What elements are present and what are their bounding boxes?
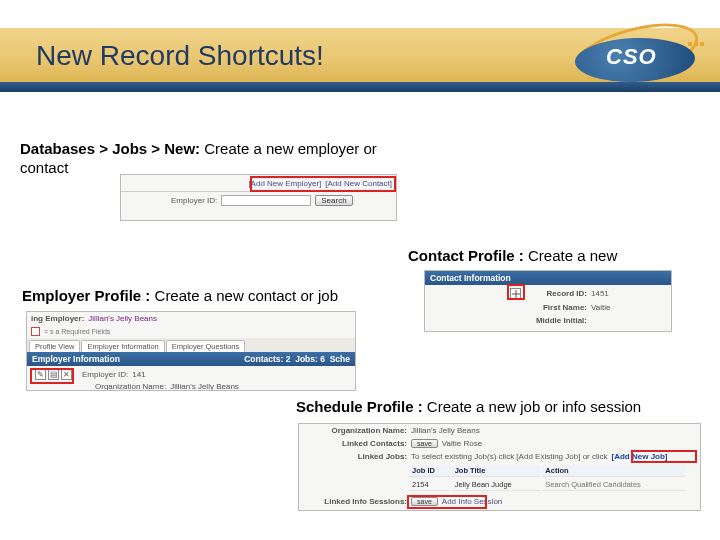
section-contact: Contact Profile : Create a new xyxy=(408,247,708,266)
org-name-label: Organization Name: xyxy=(95,382,166,391)
slide-title: New Record Shortcuts! xyxy=(36,40,324,72)
section-contact-lead: Contact Profile : xyxy=(408,247,524,264)
panel-databases: [Add New Employer] [Add New Contact] Emp… xyxy=(120,174,397,221)
first-name-label: First Name: xyxy=(525,303,587,312)
linked-jobs-label: Linked Jobs: xyxy=(303,452,407,461)
section-employer: Employer Profile : Create a new contact … xyxy=(22,287,382,306)
section-databases: Databases > Jobs > New: Create a new emp… xyxy=(20,140,390,178)
jobs-count[interactable]: Jobs: 6 xyxy=(295,354,325,364)
linked-contacts-value: Valtie Rose xyxy=(442,439,482,448)
toolbar-icon-2[interactable]: ▤ xyxy=(48,369,59,380)
linked-info-save-button[interactable]: save xyxy=(411,497,438,506)
linked-jobs-table: Job ID Job Title Action 2154 Jelly Bean … xyxy=(407,463,687,493)
employer-id-label: Employer ID: xyxy=(171,196,217,205)
panel-schedule: Organization Name: Jillian's Jelly Beans… xyxy=(298,423,701,511)
add-new-job-link[interactable]: [Add New Job] xyxy=(612,452,668,461)
editing-employer-label: ing Employer: xyxy=(31,314,84,323)
section-contact-tail: Create a new xyxy=(524,247,617,264)
col-job-id: Job ID xyxy=(409,465,450,477)
linked-jobs-hint: To select existing Job(s) click [Add Exi… xyxy=(411,452,608,461)
sched-count[interactable]: Sche xyxy=(330,354,350,364)
panel-contact: Contact Information Record ID: 1451 Firs… xyxy=(424,270,672,332)
panel-employer: ing Employer: Jillian's Jelly Beans = s … xyxy=(26,311,356,391)
col-action: Action xyxy=(542,465,685,477)
sched-org-value: Jillian's Jelly Beans xyxy=(411,426,480,435)
record-id-value: 1451 xyxy=(591,289,609,298)
employer-id-label2: Employer ID: xyxy=(82,370,128,379)
employer-id-value: 141 xyxy=(132,370,145,379)
tab-employer-questions[interactable]: Employer Questions xyxy=(166,340,246,352)
contact-panel-header: Contact Information xyxy=(425,271,671,285)
employer-tabs: Profile View Employer Information Employ… xyxy=(27,338,355,352)
contacts-count[interactable]: Contacts: 2 xyxy=(244,354,290,364)
org-name-value: Jillian's Jelly Beans xyxy=(170,382,239,391)
logo-text: CSO xyxy=(606,44,657,70)
toolbar-icon-1[interactable]: ✎ xyxy=(35,369,46,380)
linked-contacts-label: Linked Contacts: xyxy=(303,439,407,448)
logo: CSO xyxy=(570,20,710,90)
cell-job-id: 2154 xyxy=(409,479,450,491)
linked-info-label: Linked Info Sessions: xyxy=(303,497,407,506)
record-id-label: Record ID: xyxy=(525,289,587,298)
tab-profile-view[interactable]: Profile View xyxy=(29,340,80,352)
sched-org-label: Organization Name: xyxy=(303,426,407,435)
cell-job-title: Jelly Bean Judge xyxy=(452,479,541,491)
add-new-contact-link[interactable]: [Add New Contact] xyxy=(325,179,392,188)
employer-section-label: Employer Information xyxy=(32,354,120,364)
section-databases-lead: Databases > Jobs > New: xyxy=(20,140,200,157)
cell-action[interactable]: Search Qualified Candidates xyxy=(542,479,685,491)
section-schedule-lead: Schedule Profile : xyxy=(296,398,423,415)
add-icon[interactable] xyxy=(510,288,521,299)
first-name-value: Valtie xyxy=(591,303,610,312)
add-info-session-link[interactable]: Add Info Session xyxy=(442,497,502,506)
required-note: = s a Required Fields xyxy=(44,328,110,335)
section-schedule: Schedule Profile : Create a new job or i… xyxy=(296,398,696,417)
add-new-employer-link[interactable]: [Add New Employer] xyxy=(248,179,321,188)
middle-initial-label: Middle Initial: xyxy=(525,316,587,325)
required-marker-icon xyxy=(31,327,40,336)
col-job-title: Job Title xyxy=(452,465,541,477)
table-row: 2154 Jelly Bean Judge Search Qualified C… xyxy=(409,479,685,491)
section-employer-lead: Employer Profile : xyxy=(22,287,150,304)
toolbar-icon-3[interactable]: ✕ xyxy=(61,369,72,380)
employer-id-input[interactable] xyxy=(221,195,311,206)
linked-contacts-save-button[interactable]: save xyxy=(411,439,438,448)
search-button[interactable]: Search xyxy=(315,195,352,206)
tab-employer-information[interactable]: Employer Information xyxy=(81,340,164,352)
section-schedule-tail: Create a new job or info session xyxy=(423,398,641,415)
editing-employer-name: Jillian's Jelly Beans xyxy=(88,314,157,323)
section-employer-tail: Create a new contact or job xyxy=(150,287,338,304)
logo-dots-icon xyxy=(688,42,704,46)
